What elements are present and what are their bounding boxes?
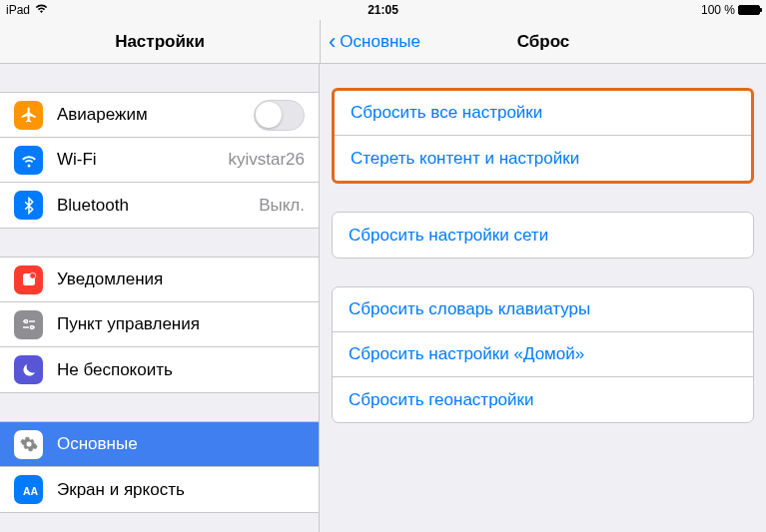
wifi-icon <box>35 4 48 16</box>
sidebar-item-airplane[interactable]: Авиарежим <box>0 93 319 138</box>
screen: iPad 21:05 100 % Настройки ‹ Основные Сб… <box>0 0 766 532</box>
reset-row-label: Сбросить все настройки <box>351 103 542 123</box>
sidebar-item-dnd[interactable]: Не беспокоить <box>0 347 319 392</box>
svg-point-1 <box>29 272 35 278</box>
svg-point-2 <box>24 320 27 323</box>
notifications-icon <box>14 266 43 294</box>
bluetooth-icon <box>14 191 43 220</box>
sidebar[interactable]: Авиарежим Wi-Fi kyivstar26 Bluetooth Вык… <box>0 64 320 532</box>
erase-all-content[interactable]: Стереть контент и настройки <box>335 136 751 181</box>
detail-pane[interactable]: Сбросить все настройки Стереть контент и… <box>320 64 766 532</box>
nav-bars: Настройки ‹ Основные Сброс <box>0 20 766 64</box>
nav-right: ‹ Основные Сброс <box>320 20 766 63</box>
reset-row-label: Сбросить словарь клавиатуры <box>349 299 590 319</box>
sidebar-item-general[interactable]: Основные <box>0 422 319 467</box>
sidebar-group-connectivity: Авиарежим Wi-Fi kyivstar26 Bluetooth Вык… <box>0 92 319 229</box>
sidebar-item-display[interactable]: AA Экран и яркость <box>0 467 319 512</box>
battery-percent: 100 % <box>701 3 735 17</box>
reset-location-privacy[interactable]: Сбросить геонастройки <box>333 377 753 422</box>
reset-keyboard-dictionary[interactable]: Сбросить словарь клавиатуры <box>333 287 753 332</box>
airplane-icon <box>14 101 43 130</box>
sidebar-item-control-center[interactable]: Пункт управления <box>0 302 319 347</box>
sidebar-item-label: Wi-Fi <box>57 150 228 170</box>
reset-group-other: Сбросить словарь клавиатуры Сбросить нас… <box>332 286 754 423</box>
reset-network-settings[interactable]: Сбросить настройки сети <box>333 213 753 258</box>
battery-icon <box>738 5 760 15</box>
back-label: Основные <box>340 32 420 52</box>
gear-icon <box>14 430 43 459</box>
bluetooth-status-detail: Выкл. <box>259 196 305 216</box>
body: Авиарежим Wi-Fi kyivstar26 Bluetooth Вык… <box>0 64 766 532</box>
reset-group-network: Сбросить настройки сети <box>332 212 754 259</box>
control-center-icon <box>14 310 43 339</box>
wifi-settings-icon <box>14 146 43 175</box>
reset-row-label: Сбросить настройки сети <box>349 226 548 246</box>
sidebar-item-bluetooth[interactable]: Bluetooth Выкл. <box>0 183 319 228</box>
reset-group-primary: Сбросить все настройки Стереть контент и… <box>332 88 754 184</box>
clock: 21:05 <box>368 3 398 17</box>
nav-left: Настройки <box>0 20 320 63</box>
sidebar-item-label: Пункт управления <box>57 314 305 334</box>
sidebar-item-label: Экран и яркость <box>57 480 305 500</box>
reset-home-layout[interactable]: Сбросить настройки «Домой» <box>333 332 753 377</box>
sidebar-item-label: Не беспокоить <box>57 360 305 380</box>
sidebar-item-label: Авиарежим <box>57 105 254 125</box>
reset-row-label: Стереть контент и настройки <box>351 149 579 169</box>
device-label: iPad <box>6 3 30 17</box>
reset-row-label: Сбросить геонастройки <box>349 390 534 410</box>
settings-title: Настройки <box>115 32 205 52</box>
back-button[interactable]: ‹ Основные <box>329 31 420 53</box>
detail-title: Сброс <box>517 32 570 52</box>
svg-point-5 <box>30 326 33 329</box>
sidebar-item-notifications[interactable]: Уведомления <box>0 258 319 302</box>
reset-row-label: Сбросить настройки «Домой» <box>349 344 584 364</box>
svg-text:AA: AA <box>23 484 38 496</box>
status-bar: iPad 21:05 100 % <box>0 0 766 20</box>
sidebar-item-label: Уведомления <box>57 269 305 289</box>
sidebar-item-label: Bluetooth <box>57 196 259 216</box>
wifi-network-detail: kyivstar26 <box>228 150 305 170</box>
chevron-left-icon: ‹ <box>329 31 336 53</box>
sidebar-item-wifi[interactable]: Wi-Fi kyivstar26 <box>0 138 319 183</box>
airplane-toggle[interactable] <box>254 100 305 131</box>
moon-icon <box>14 355 43 384</box>
sidebar-item-label: Основные <box>57 434 305 454</box>
display-icon: AA <box>14 475 43 504</box>
sidebar-group-notifications: Уведомления Пункт управления Не беспокои… <box>0 257 319 393</box>
reset-all-settings[interactable]: Сбросить все настройки <box>335 91 751 136</box>
sidebar-group-general: Основные AA Экран и яркость <box>0 421 319 513</box>
